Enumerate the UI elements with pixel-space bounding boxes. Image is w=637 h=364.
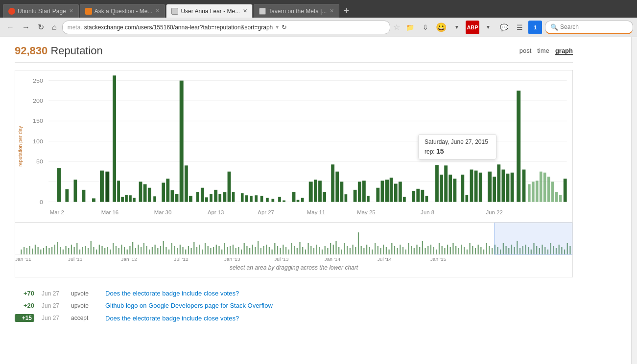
tab-close-ask[interactable]: ✕ bbox=[155, 8, 160, 14]
extension-dropdown-icon[interactable]: ▼ bbox=[481, 21, 495, 34]
svg-rect-39 bbox=[153, 196, 156, 202]
svg-rect-56 bbox=[241, 193, 244, 202]
nav-time[interactable]: time bbox=[537, 47, 549, 55]
tab-ask[interactable]: Ask a Question - Me... ✕ bbox=[80, 4, 165, 18]
svg-rect-187 bbox=[208, 246, 209, 254]
svg-rect-77 bbox=[358, 182, 361, 202]
svg-rect-54 bbox=[228, 172, 231, 202]
tab-close-user[interactable]: ✕ bbox=[243, 8, 247, 14]
svg-rect-94 bbox=[448, 175, 452, 202]
svg-text:May 25: May 25 bbox=[357, 210, 375, 215]
svg-rect-246 bbox=[372, 250, 373, 254]
svg-rect-142 bbox=[82, 247, 83, 254]
svg-rect-99 bbox=[474, 171, 478, 202]
downloads-icon[interactable]: ⇩ bbox=[419, 21, 432, 34]
svg-rect-44 bbox=[180, 81, 184, 202]
svg-rect-43 bbox=[175, 194, 179, 202]
rep-title: 92,830 Reputation bbox=[15, 45, 103, 57]
svg-rect-33 bbox=[125, 195, 128, 202]
svg-text:250: 250 bbox=[33, 77, 43, 84]
svg-rect-114 bbox=[547, 177, 550, 202]
svg-rect-236 bbox=[344, 243, 345, 254]
svg-text:May 11: May 11 bbox=[307, 210, 325, 215]
svg-rect-268 bbox=[433, 247, 434, 254]
svg-text:Mar 2: Mar 2 bbox=[50, 210, 64, 215]
tab-favicon-user bbox=[171, 8, 178, 15]
svg-rect-75 bbox=[345, 194, 348, 202]
tab-label-user: User Anna Lear - Me... bbox=[181, 8, 240, 15]
reload-button[interactable]: ↻ bbox=[35, 21, 47, 33]
svg-text:0: 0 bbox=[40, 199, 43, 205]
svg-rect-140 bbox=[76, 243, 77, 254]
svg-rect-34 bbox=[129, 195, 132, 202]
svg-rect-181 bbox=[190, 248, 191, 254]
tab-close-ubuntu[interactable]: ✕ bbox=[69, 8, 73, 14]
svg-rect-175 bbox=[174, 246, 175, 254]
svg-rect-126 bbox=[38, 247, 39, 254]
nav-post[interactable]: post bbox=[519, 47, 532, 55]
svg-rect-258 bbox=[405, 250, 406, 254]
svg-rect-261 bbox=[414, 248, 415, 254]
svg-rect-150 bbox=[104, 248, 105, 254]
avatar-dropdown-icon[interactable]: ▼ bbox=[450, 21, 464, 34]
svg-rect-40 bbox=[162, 182, 165, 202]
svg-rect-88 bbox=[416, 189, 420, 202]
rep-date-1: Jun 27 bbox=[42, 290, 64, 297]
url-refresh-icon[interactable]: ↻ bbox=[282, 23, 287, 31]
rep-link-2[interactable]: Github logo on Google Developers page fo… bbox=[105, 302, 273, 309]
rep-change-3: +15 bbox=[15, 314, 34, 322]
svg-rect-155 bbox=[118, 248, 119, 254]
mini-chart[interactable]: Jan '11 Jul '11 Jan '12 Jul '12 Jan '13 … bbox=[15, 222, 572, 261]
url-bar[interactable]: meta.stackexchange.com/users/155160/anna… bbox=[62, 21, 390, 34]
svg-rect-271 bbox=[442, 246, 443, 254]
avatar-icon[interactable]: 😀 bbox=[434, 21, 448, 34]
tooltip-rep: rep: 15 bbox=[425, 147, 490, 155]
svg-rect-211 bbox=[274, 243, 275, 254]
scrollbar[interactable] bbox=[631, 37, 637, 364]
svg-rect-123 bbox=[29, 246, 30, 254]
svg-rect-68 bbox=[309, 182, 313, 202]
new-tab-button[interactable]: + bbox=[340, 5, 352, 17]
svg-text:Jun 22: Jun 22 bbox=[486, 210, 503, 215]
bookmark-manager-icon[interactable]: 📁 bbox=[403, 21, 417, 34]
chart-tooltip: Saturday, June 27, 2015 rep: 15 bbox=[418, 134, 496, 159]
svg-rect-191 bbox=[218, 246, 219, 254]
svg-rect-105 bbox=[506, 174, 510, 202]
tab-close-tavern[interactable]: ✕ bbox=[330, 8, 334, 14]
svg-rect-152 bbox=[110, 250, 111, 254]
menu-icon[interactable]: ☰ bbox=[513, 21, 526, 34]
tab-user[interactable]: User Anna Lear - Me... ✕ bbox=[166, 4, 253, 18]
svg-rect-143 bbox=[85, 246, 86, 254]
svg-rect-83 bbox=[390, 178, 393, 202]
svg-rect-65 bbox=[292, 192, 296, 202]
tab-tavern[interactable]: Tavern on the Meta |... ✕ bbox=[254, 4, 339, 18]
url-dropdown-icon[interactable]: ▼ bbox=[275, 24, 280, 30]
back-button[interactable]: ← bbox=[4, 22, 17, 33]
svg-text:Jul '11: Jul '11 bbox=[68, 257, 82, 262]
chat-icon[interactable]: 💬 bbox=[497, 21, 511, 34]
svg-rect-212 bbox=[277, 246, 278, 254]
rep-link-1[interactable]: Does the electorate badge include close … bbox=[105, 290, 239, 297]
search-bar[interactable]: 🔍 bbox=[545, 21, 633, 34]
select-instruction: select an area by dragging across the lo… bbox=[15, 261, 572, 277]
extension-icon[interactable]: ABP bbox=[466, 21, 479, 34]
svg-text:Jan '11: Jan '11 bbox=[15, 257, 31, 262]
forward-button[interactable]: → bbox=[20, 22, 32, 33]
tab-ubuntu[interactable]: Ubuntu Start Page ✕ bbox=[3, 4, 79, 18]
notifications-icon[interactable]: 1 bbox=[528, 21, 542, 34]
svg-rect-185 bbox=[202, 250, 203, 254]
svg-rect-318 bbox=[495, 223, 572, 254]
svg-rect-278 bbox=[461, 245, 462, 254]
bookmark-icon[interactable]: ☆ bbox=[393, 23, 400, 32]
svg-rect-242 bbox=[361, 246, 362, 254]
home-button[interactable]: ⌂ bbox=[49, 22, 59, 33]
tab-label-ubuntu: Ubuntu Start Page bbox=[18, 8, 66, 15]
svg-text:Jul '12: Jul '12 bbox=[174, 257, 188, 262]
nav-graph[interactable]: graph bbox=[555, 47, 573, 55]
rep-link-3[interactable]: Does the electorate badge include close … bbox=[105, 315, 239, 322]
search-input[interactable] bbox=[560, 23, 628, 30]
svg-rect-249 bbox=[380, 248, 381, 254]
svg-text:200: 200 bbox=[33, 98, 43, 104]
svg-rect-274 bbox=[450, 247, 451, 254]
svg-rect-203 bbox=[252, 245, 253, 254]
